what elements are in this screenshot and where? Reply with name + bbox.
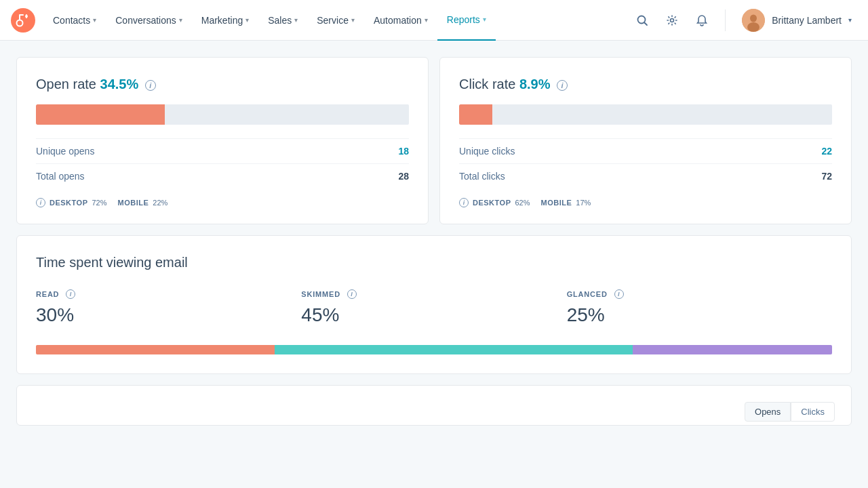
svg-point-3: [671, 18, 674, 22]
time-spent-title: Time spent viewing email: [36, 255, 832, 270]
glanced-metric: GLANCED i 25%: [567, 289, 832, 326]
skimmed-label: SKIMMED: [301, 290, 340, 298]
total-opens-label: Total opens: [36, 171, 85, 182]
glanced-value: 25%: [567, 304, 832, 326]
click-device-info-icon[interactable]: i: [459, 198, 469, 207]
settings-button[interactable]: [660, 8, 684, 33]
skimmed-info-icon[interactable]: i: [347, 289, 357, 299]
read-label-row: READ i: [36, 289, 301, 299]
user-name: Brittany Lambert: [772, 15, 842, 26]
nav-conversations[interactable]: Conversations ▾: [106, 0, 192, 41]
nav-contacts[interactable]: Contacts ▾: [43, 0, 106, 41]
open-desktop-pct: 72%: [92, 199, 106, 207]
time-metrics: READ i 30% SKIMMED i 45% GLANCED i 25%: [36, 289, 832, 326]
chevron-down-icon: ▾: [848, 16, 852, 24]
open-rate-card: Open rate 34.5% i Unique opens 18 Total …: [16, 57, 429, 224]
unique-clicks-label: Unique clicks: [459, 146, 515, 157]
click-mobile-label: MOBILE: [541, 199, 572, 207]
skimmed-value: 45%: [301, 304, 566, 326]
open-rate-info-icon[interactable]: i: [145, 80, 156, 91]
nav-items: Contacts ▾ Conversations ▾ Marketing ▾ S…: [43, 0, 630, 41]
avatar: [742, 9, 765, 32]
chevron-down-icon: ▾: [294, 16, 298, 24]
unique-opens-row: Unique opens 18: [36, 138, 409, 163]
open-desktop-label: DESKTOP: [50, 199, 87, 207]
nav-marketing[interactable]: Marketing ▾: [192, 0, 258, 41]
skimmed-label-row: SKIMMED i: [301, 289, 566, 299]
opens-clicks-toggle: Opens Clicks: [745, 402, 835, 422]
open-mobile-label: MOBILE: [118, 199, 149, 207]
svg-point-0: [11, 8, 35, 33]
click-rate-title: Click rate 8.9% i: [459, 77, 832, 92]
glanced-label: GLANCED: [567, 290, 608, 298]
total-clicks-value: 72: [821, 171, 832, 182]
unique-clicks-value: 22: [821, 146, 832, 157]
click-rate-value: 8.9%: [519, 77, 551, 92]
nav-sales[interactable]: Sales ▾: [258, 0, 307, 41]
unique-clicks-row: Unique clicks 22: [459, 138, 832, 163]
click-rate-device-info: i DESKTOP 62% MOBILE 17%: [459, 198, 832, 207]
nav-reports[interactable]: Reports ▾: [437, 0, 496, 41]
total-clicks-label: Total clicks: [459, 171, 505, 182]
nav-right: Brittany Lambert ▾: [630, 6, 857, 35]
click-desktop-pct: 62%: [515, 199, 530, 207]
notifications-button[interactable]: [690, 8, 714, 33]
user-menu[interactable]: Brittany Lambert ▾: [736, 6, 857, 35]
chevron-down-icon: ▾: [483, 16, 486, 23]
skimmed-metric: SKIMMED i 45%: [301, 289, 566, 326]
skimmed-bar-segment: [275, 345, 633, 354]
click-mobile-pct: 17%: [576, 199, 591, 207]
chevron-down-icon: ▾: [425, 16, 428, 24]
unique-opens-value: 18: [398, 146, 409, 157]
open-rate-progress-bar: [36, 104, 409, 125]
read-metric: READ i 30%: [36, 289, 301, 326]
unique-opens-label: Unique opens: [36, 146, 94, 157]
click-rate-bar-fill: [459, 104, 492, 125]
chevron-down-icon: ▾: [93, 16, 96, 24]
open-rate-title: Open rate 34.5% i: [36, 77, 409, 92]
bottom-card: Opens Clicks: [16, 385, 852, 426]
read-info-icon[interactable]: i: [66, 289, 75, 299]
chevron-down-icon: ▾: [179, 16, 182, 24]
read-value: 30%: [36, 304, 301, 326]
clicks-toggle-button[interactable]: Clicks: [791, 402, 835, 422]
svg-point-6: [747, 22, 760, 32]
time-spent-card: Time spent viewing email READ i 30% SKIM…: [16, 235, 852, 374]
open-mobile-pct: 22%: [153, 199, 167, 207]
svg-point-2: [638, 16, 646, 23]
svg-point-5: [750, 14, 757, 22]
nav-service[interactable]: Service ▾: [307, 0, 364, 41]
chevron-down-icon: ▾: [245, 16, 249, 24]
total-clicks-row: Total clicks 72: [459, 163, 832, 188]
open-rate-bar-fill: [36, 104, 165, 125]
nav-divider: [725, 9, 726, 31]
chevron-down-icon: ▾: [351, 16, 355, 24]
total-opens-row: Total opens 28: [36, 163, 409, 188]
navbar: Contacts ▾ Conversations ▾ Marketing ▾ S…: [0, 0, 868, 41]
glanced-info-icon[interactable]: i: [614, 289, 624, 299]
open-rate-value: 34.5%: [100, 77, 139, 92]
total-opens-value: 28: [398, 171, 409, 182]
hubspot-logo[interactable]: [11, 8, 35, 33]
click-rate-info-icon[interactable]: i: [557, 80, 568, 91]
click-desktop-label: DESKTOP: [473, 199, 511, 207]
glanced-label-row: GLANCED i: [567, 289, 832, 299]
glanced-bar-segment: [633, 345, 832, 354]
read-label: READ: [36, 290, 59, 298]
read-bar-segment: [36, 345, 275, 354]
nav-automation[interactable]: Automation ▾: [364, 0, 437, 41]
top-row: Open rate 34.5% i Unique opens 18 Total …: [16, 57, 852, 224]
click-rate-progress-bar: [459, 104, 832, 125]
stacked-bar: [36, 345, 832, 354]
main-content: Open rate 34.5% i Unique opens 18 Total …: [0, 41, 868, 442]
search-button[interactable]: [630, 8, 654, 33]
click-rate-card: Click rate 8.9% i Unique clicks 22 Total…: [439, 57, 852, 224]
device-info-icon[interactable]: i: [36, 198, 45, 207]
open-rate-device-info: i DESKTOP 72% MOBILE 22%: [36, 198, 409, 207]
opens-toggle-button[interactable]: Opens: [745, 402, 791, 422]
svg-point-1: [25, 15, 28, 18]
